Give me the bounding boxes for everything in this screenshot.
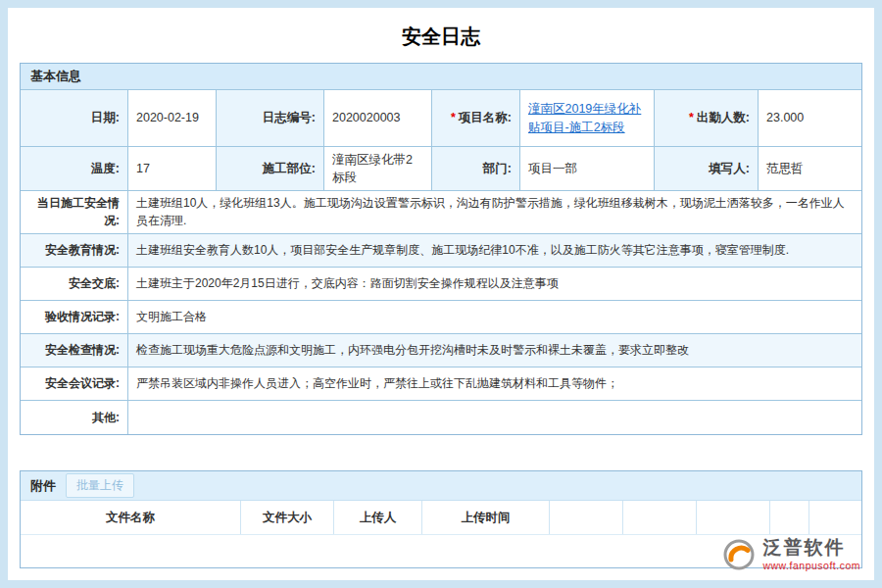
acceptance-record-label: 验收情况记录: (21, 301, 128, 334)
attendance-value: 23.000 (759, 90, 861, 147)
safety-inspection-label: 安全检查情况: (21, 334, 128, 368)
empty-column-header (770, 501, 809, 534)
uploader-column-header: 上传人 (334, 501, 422, 534)
main-panel: 安全日志 基本信息 日期: 2020-02-19 日志编号: 202002000… (8, 8, 874, 580)
safety-education-value: 土建班组安全教育人数10人，项目部安全生产规章制度、施工现场纪律10不准，以及施… (128, 234, 861, 268)
project-name-link[interactable]: 潼南区2019年绿化补贴项目-施工2标段 (528, 100, 646, 135)
brand-name: 泛普软件 (762, 538, 860, 559)
empty-column-header (550, 501, 623, 534)
log-number-label: 日志编号: (217, 90, 324, 147)
other-value (128, 401, 861, 434)
other-row: 其他: (21, 401, 861, 434)
safety-meeting-row: 安全会议记录: 严禁吊装区域内非操作人员进入；高空作业时，严禁往上或往下乱抛建筑… (21, 368, 861, 401)
required-marker: * (451, 109, 456, 126)
batch-upload-button[interactable]: 批量上传 (66, 473, 134, 498)
safety-meeting-label: 安全会议记录: (21, 368, 128, 401)
attachments-title: 附件 (30, 477, 56, 495)
attendance-label: * 出勤人数: (655, 90, 759, 147)
construction-part-label: 施工部位: (217, 147, 324, 191)
form-row-2: 温度: 17 施工部位: 潼南区绿化带2标段 部门: 项目一部 填写人: 范思哲 (21, 147, 861, 191)
safety-disclosure-value: 土建班主于2020年2月15日进行，交底内容：路面切割安全操作规程以及注意事项 (128, 268, 861, 301)
other-label: 其他: (21, 401, 128, 434)
basic-info-section-title: 基本信息 (21, 64, 861, 90)
writer-label: 填写人: (655, 147, 759, 191)
safety-education-row: 安全教育情况: 土建班组安全教育人数10人，项目部安全生产规章制度、施工现场纪律… (21, 234, 861, 268)
attendance-label-text: 出勤人数: (697, 109, 750, 126)
project-name-label-text: 项目名称: (459, 109, 512, 126)
upload-time-column-header: 上传时间 (422, 501, 550, 534)
safety-education-label: 安全教育情况: (21, 234, 128, 268)
fanpu-logo-icon (721, 537, 757, 572)
date-value: 2020-02-19 (128, 90, 217, 147)
file-name-column-header: 文件名称 (21, 501, 241, 534)
safety-meeting-value: 严禁吊装区域内非操作人员进入；高空作业时，严禁往上或往下乱抛建筑材料和工具等物件… (128, 368, 861, 401)
acceptance-record-value: 文明施工合格 (128, 301, 861, 334)
empty-column-header (809, 501, 861, 534)
daily-safety-label: 当日施工安全情况: (21, 191, 128, 234)
empty-column-header (697, 501, 770, 534)
brand-website: www.fanpusoft.com (762, 561, 860, 572)
acceptance-record-row: 验收情况记录: 文明施工合格 (21, 301, 861, 334)
temperature-value: 17 (128, 147, 217, 191)
empty-column-header (623, 501, 697, 534)
date-label: 日期: (21, 90, 128, 147)
log-number-value: 2020020003 (324, 90, 432, 147)
department-value: 项目一部 (520, 147, 655, 191)
required-marker: * (689, 109, 694, 126)
attachments-table-header: 文件名称 文件大小 上传人 上传时间 (21, 501, 861, 535)
safety-inspection-value: 检查施工现场重大危险点源和文明施工，内环强电分包开挖沟槽时未及时警示和裸土未覆盖… (128, 334, 861, 368)
writer-value: 范思哲 (759, 147, 861, 191)
form-row-1: 日期: 2020-02-19 日志编号: 2020020003 * 项目名称: … (21, 90, 861, 147)
daily-safety-row: 当日施工安全情况: 土建班组10人，绿化班组13人。施工现场沟边设置警示标识，沟… (21, 191, 861, 234)
daily-safety-value: 土建班组10人，绿化班组13人。施工现场沟边设置警示标识，沟边有防护警示措施，绿… (128, 191, 861, 234)
file-size-column-header: 文件大小 (241, 501, 334, 534)
project-name-label: * 项目名称: (432, 90, 520, 147)
construction-part-value: 潼南区绿化带2标段 (324, 147, 432, 191)
attachments-header: 附件 批量上传 (21, 471, 861, 501)
project-name-value: 潼南区2019年绿化补贴项目-施工2标段 (520, 90, 655, 147)
basic-info-section: 基本信息 日期: 2020-02-19 日志编号: 2020020003 * 项… (20, 63, 862, 435)
page-title: 安全日志 (8, 8, 874, 63)
safety-disclosure-label: 安全交底: (21, 268, 128, 301)
safety-inspection-row: 安全检查情况: 检查施工现场重大危险点源和文明施工，内环强电分包开挖沟槽时未及时… (21, 334, 861, 368)
safety-disclosure-row: 安全交底: 土建班主于2020年2月15日进行，交底内容：路面切割安全操作规程以… (21, 268, 861, 301)
brand-text: 泛普软件 www.fanpusoft.com (762, 538, 860, 571)
temperature-label: 温度: (21, 147, 128, 191)
brand-logo: 泛普软件 www.fanpusoft.com (721, 537, 860, 572)
department-label: 部门: (432, 147, 520, 191)
